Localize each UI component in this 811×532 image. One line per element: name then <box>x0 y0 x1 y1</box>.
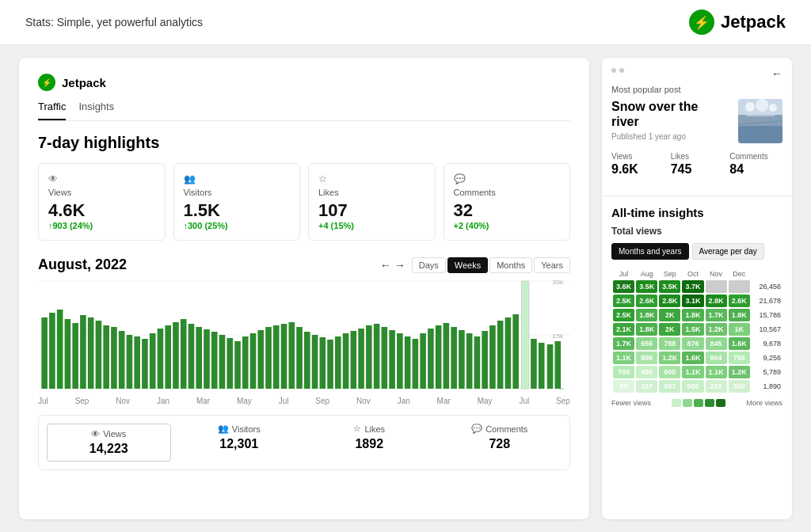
heatmap-header-sep: Sep <box>659 269 680 279</box>
heatmap-total-cell: 10,567 <box>752 323 781 336</box>
period-weeks-button[interactable]: Weeks <box>447 257 488 273</box>
svg-rect-15 <box>111 327 117 389</box>
svg-rect-40 <box>304 332 310 389</box>
svg-rect-52 <box>397 333 403 389</box>
likes-label: Likes <box>318 188 425 197</box>
svg-rect-63 <box>482 331 488 389</box>
svg-rect-39 <box>296 327 303 389</box>
svg-rect-7 <box>49 313 55 389</box>
svg-rect-23 <box>173 322 179 389</box>
top-bar: Stats: Simple, yet powerful analytics ⚡ … <box>0 0 811 45</box>
svg-rect-41 <box>312 335 318 389</box>
svg-rect-56 <box>428 329 434 389</box>
heatmap-header-dec: Dec <box>729 269 750 279</box>
heatmap-cell: 1.2K <box>659 352 680 364</box>
chart-totals: 👁 Views 14,223 👥 Visitors 12,301 ☆ Likes… <box>38 415 570 470</box>
svg-rect-71 <box>547 344 554 389</box>
heatmap-cell: 3.5K <box>659 280 680 293</box>
popular-post-label: Most popular post <box>611 85 782 94</box>
heatmap-cell: 756 <box>729 352 750 364</box>
jetpack-bolt-icon: ⚡ <box>689 10 714 35</box>
heatmap-total-cell: 9,256 <box>752 352 781 364</box>
mobile-back-arrow[interactable]: ← <box>771 67 782 80</box>
post-comments-label: Comments <box>729 152 782 161</box>
svg-rect-72 <box>554 341 561 389</box>
legend-darkest <box>716 399 725 407</box>
views-change: ↑903 (24%) <box>48 221 155 230</box>
svg-rect-22 <box>165 325 171 389</box>
svg-rect-11 <box>80 315 86 389</box>
heatmap-header-aug: Aug <box>636 269 657 279</box>
snow-thumbnail-image <box>738 99 782 143</box>
likes-value: 107 <box>318 200 425 221</box>
period-days-button[interactable]: Days <box>412 257 446 273</box>
post-thumbnail <box>738 99 782 143</box>
legend-light <box>672 399 681 407</box>
period-months-button[interactable]: Months <box>489 257 532 273</box>
heatmap-cell: 300 <box>729 380 750 393</box>
heatmap-total-cell: 15,786 <box>752 309 781 321</box>
svg-point-78 <box>745 102 755 112</box>
heatmap-cell: 2.8K <box>659 294 680 307</box>
svg-rect-54 <box>413 339 419 389</box>
legend-dark <box>705 399 714 407</box>
post-stat-views: Views 9.6K <box>611 152 664 177</box>
heatmap-legend: Fewer views More views <box>611 399 782 407</box>
heatmap-header-oct: Oct <box>682 269 703 279</box>
heatmap-cell: 1.8K <box>636 309 657 321</box>
svg-rect-10 <box>72 323 78 389</box>
months-years-button[interactable]: Months and years <box>611 243 689 260</box>
svg-rect-25 <box>188 324 195 389</box>
popular-post-info: Snow over theriver Published 1 year ago <box>611 99 698 147</box>
svg-rect-36 <box>273 325 280 389</box>
insights-section: All-time insights Total views Months and… <box>602 196 792 416</box>
post-comments-value: 84 <box>729 162 782 177</box>
heatmap-cell: 3.5K <box>636 280 657 293</box>
total-comments-value: 728 <box>438 437 562 451</box>
svg-rect-28 <box>211 332 218 389</box>
chart-prev-button[interactable]: ← <box>380 259 391 272</box>
svg-rect-14 <box>103 325 109 389</box>
svg-rect-30 <box>227 338 233 389</box>
heatmap-header-nov: Nov <box>706 269 727 279</box>
tab-insights[interactable]: Insights <box>78 101 114 120</box>
chart-area: 30k 15k 0 <box>38 279 570 390</box>
heatmap-cell: 2.1K <box>613 323 634 336</box>
post-stat-comments: Comments 84 <box>729 152 782 177</box>
right-top-section: ← Most popular post Snow over theriver P… <box>602 58 792 196</box>
visitors-value: 1.5K <box>184 200 291 221</box>
total-views-label: 👁 Views <box>52 429 166 439</box>
heatmap-cell: 567 <box>659 380 680 393</box>
heatmap-cell: 2K <box>659 323 680 336</box>
svg-rect-68 <box>521 281 529 389</box>
svg-rect-18 <box>134 336 140 389</box>
right-panel: ← Most popular post Snow over theriver P… <box>602 58 792 519</box>
mobile-dots <box>611 68 624 73</box>
heatmap-cell: 3.7K <box>682 280 703 293</box>
svg-rect-57 <box>436 325 442 389</box>
total-likes-label: ☆ Likes <box>307 424 432 434</box>
total-comments-label: 💬 Comments <box>438 424 562 434</box>
insights-title: All-time insights <box>611 206 782 219</box>
heatmap-cell: 1.1K <box>682 366 703 378</box>
chart-header: August, 2022 ← → Days Weeks Months Years <box>38 256 570 273</box>
heatmap-cell: 1.7K <box>613 337 634 350</box>
svg-rect-67 <box>512 314 519 389</box>
popular-post: Snow over theriver Published 1 year ago <box>611 99 782 147</box>
svg-text:30k: 30k <box>552 279 564 286</box>
total-visitors-icon: 👥 <box>218 424 229 434</box>
dot-1 <box>611 68 616 73</box>
svg-rect-35 <box>265 327 272 389</box>
heatmap-cell: 656 <box>636 337 657 350</box>
heatmap-table: Jul Aug Sep Oct Nov Dec 3.6K3.5K3.5K3.7K… <box>611 268 782 394</box>
period-years-button[interactable]: Years <box>534 257 570 273</box>
total-visitors-value: 12,301 <box>177 437 302 451</box>
heatmap-cell: 900 <box>659 366 680 378</box>
tab-traffic[interactable]: Traffic <box>38 101 66 120</box>
heatmap-cell: 237 <box>706 380 727 393</box>
avg-per-day-button[interactable]: Average per day <box>692 243 764 260</box>
chart-next-button[interactable]: → <box>394 259 406 272</box>
svg-rect-48 <box>366 325 372 389</box>
svg-rect-17 <box>127 335 133 389</box>
bar-chart-svg: 30k 15k 0 <box>38 279 570 390</box>
